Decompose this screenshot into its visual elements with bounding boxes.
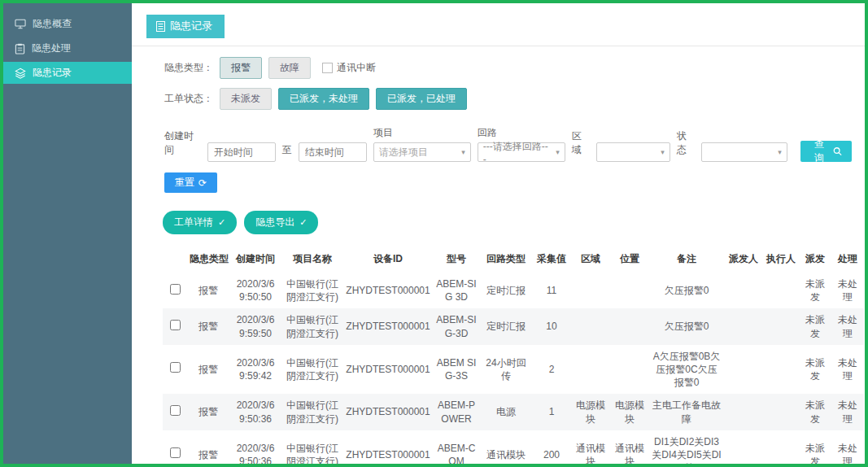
table-cell: 中国银行(江阴澄江支行) <box>281 430 343 464</box>
row-checkbox[interactable] <box>170 447 181 458</box>
column-header: 派发人 <box>724 246 763 273</box>
table-cell <box>724 273 763 308</box>
column-header: 设备ID <box>343 246 433 273</box>
project-label: 项目 <box>373 126 471 140</box>
table-cell <box>763 273 799 308</box>
table-cell: 11 <box>532 273 571 308</box>
main-content: 隐患记录 隐患类型： 报警故障 通讯中断 工单状态： 未派发已派发，未处理已派发… <box>132 3 865 464</box>
create-time-label: 创建时间 <box>164 129 201 157</box>
reset-button[interactable]: 重置 ⟳ <box>164 172 217 193</box>
table-cell <box>610 345 649 395</box>
app-window: 隐患概查隐患处理隐患记录 隐患记录 隐患类型： 报警故障 通讯中断 <box>3 3 865 464</box>
table-cell: 2 <box>532 345 571 395</box>
chevron-down-icon: ▾ <box>778 148 782 156</box>
table-cell: 中国银行(江阴澄江支行) <box>281 308 343 344</box>
column-header: 处理 <box>831 246 864 273</box>
order-status-button[interactable]: 未派发 <box>220 88 272 110</box>
row-checkbox[interactable] <box>170 284 181 295</box>
column-header: 位置 <box>610 246 649 273</box>
loop-select-value: ---请选择回路--- <box>483 140 551 165</box>
project-select-value: 请选择项目 <box>379 146 428 159</box>
table-cell: ABEM-SIG-3D <box>433 308 480 344</box>
table-cell <box>763 394 799 430</box>
table-cell: 未派发 <box>799 345 831 395</box>
order-status-buttons: 未派发已派发，未处理已派发，已处理 <box>220 88 467 110</box>
order-status-button[interactable]: 已派发，未处理 <box>278 88 369 110</box>
end-time-input[interactable] <box>299 142 367 162</box>
table-cell: ZHYDTEST000001 <box>343 430 433 464</box>
monitor-icon <box>15 19 26 29</box>
column-header: 隐患类型 <box>187 246 229 273</box>
row-checkbox[interactable] <box>170 320 181 330</box>
sidebar-item-inactive[interactable]: 隐患概查 <box>3 13 132 35</box>
filter-panel: 隐患类型： 报警故障 通讯中断 工单状态： 未派发已派发，未处理已派发，已处理 … <box>164 57 852 193</box>
row-checkbox[interactable] <box>170 405 181 416</box>
sidebar-item-label: 隐患概查 <box>33 17 72 31</box>
hazard-type-row: 隐患类型： 报警故障 通讯中断 <box>164 57 852 79</box>
sidebar: 隐患概查隐患处理隐患记录 <box>3 3 132 464</box>
table-cell <box>763 430 799 464</box>
table-cell: 报警 <box>187 273 229 308</box>
column-header: 派发 <box>799 246 831 273</box>
area-select[interactable]: ▾ <box>596 142 670 162</box>
row-checkbox-cell <box>163 345 187 395</box>
table-cell: 通讯模块 <box>610 430 649 464</box>
start-time-input[interactable] <box>207 142 276 162</box>
sidebar-item-active[interactable]: 隐患记录 <box>3 62 132 84</box>
clipboard-icon <box>15 43 25 55</box>
loop-label: 回路 <box>478 126 565 140</box>
table-cell <box>571 273 610 308</box>
table-cell: 2020/3/6 9:59:50 <box>229 308 281 344</box>
row-checkbox-cell <box>163 308 187 344</box>
table-cell: 欠压报警0 <box>649 308 724 344</box>
table-cell: 报警 <box>187 430 229 464</box>
order-detail-button[interactable]: 工单详情 ✓ <box>163 211 237 234</box>
table-cell: 2020/3/6 9:50:50 <box>229 273 281 308</box>
table-cell: 中国银行(江阴澄江支行) <box>281 273 343 308</box>
loop-select[interactable]: ---请选择回路--- ▾ <box>478 142 565 162</box>
table-cell: 1 <box>532 394 571 430</box>
table-cell: 2020/3/6 9:50:36 <box>229 430 281 464</box>
table-cell: 报警 <box>187 394 229 430</box>
search-button[interactable]: 查询 <box>800 141 852 162</box>
state-select[interactable]: ▾ <box>701 142 787 162</box>
action-row: 工单详情 ✓ 隐患导出 ✓ <box>163 211 852 234</box>
time-filter-row: 创建时间 至 项目 请选择项目 ▾ 回路 ---请选择回路--- ▾ <box>164 126 852 162</box>
project-select[interactable]: 请选择项目 ▾ <box>373 142 471 162</box>
table-cell: 未派发 <box>799 308 831 344</box>
row-checkbox-cell <box>163 430 187 464</box>
table-cell: ZHYDTEST000001 <box>343 308 433 344</box>
table-cell: ABEM SIG-3S <box>433 345 480 395</box>
table-cell: 未处理 <box>831 430 864 464</box>
order-detail-label: 工单详情 <box>174 216 213 229</box>
table-cell: 定时汇报 <box>480 308 532 344</box>
table-cell <box>724 308 763 344</box>
table-cell: ZHYDTEST000001 <box>343 394 433 430</box>
table-cell: 未处理 <box>831 394 864 430</box>
row-checkbox[interactable] <box>170 362 181 373</box>
comm-interrupt-checkbox[interactable] <box>322 63 333 73</box>
order-status-button[interactable]: 已派发，已处理 <box>376 88 467 110</box>
hazard-type-button[interactable]: 故障 <box>268 57 311 79</box>
table-cell <box>571 308 610 344</box>
hazard-type-buttons: 报警故障 <box>220 57 311 79</box>
table-cell: ZHYDTEST000001 <box>343 273 433 308</box>
order-status-row: 工单状态： 未派发已派发，未处理已派发，已处理 <box>164 88 852 110</box>
column-header: 备注 <box>649 246 724 273</box>
order-status-label: 工单状态： <box>164 92 213 106</box>
area-label: 区域 <box>572 129 590 157</box>
to-label: 至 <box>282 143 292 157</box>
table-cell: 未派发 <box>799 394 831 430</box>
sidebar-item-inactive[interactable]: 隐患处理 <box>3 37 132 59</box>
table-cell: ZHYDTEST000001 <box>343 345 433 395</box>
table-row: 报警2020/3/6 9:50:36中国银行(江阴澄江支行)ZHYDTEST00… <box>163 394 864 430</box>
hazard-export-button[interactable]: 隐患导出 ✓ <box>244 211 318 234</box>
table-row: 报警2020/3/6 9:59:50中国银行(江阴澄江支行)ZHYDTEST00… <box>163 308 864 344</box>
table-cell: 未处理 <box>831 273 864 308</box>
table-row: 报警2020/3/6 9:59:42中国银行(江阴澄江支行)ZHYDTEST00… <box>163 345 864 395</box>
table-cell: 报警 <box>187 308 229 344</box>
hazard-export-label: 隐患导出 <box>255 216 294 229</box>
document-icon <box>156 21 165 32</box>
table-header-row: 隐患类型创建时间项目名称设备ID型号回路类型采集值区域位置备注派发人执行人派发处… <box>163 246 864 273</box>
hazard-type-button[interactable]: 报警 <box>220 57 262 79</box>
